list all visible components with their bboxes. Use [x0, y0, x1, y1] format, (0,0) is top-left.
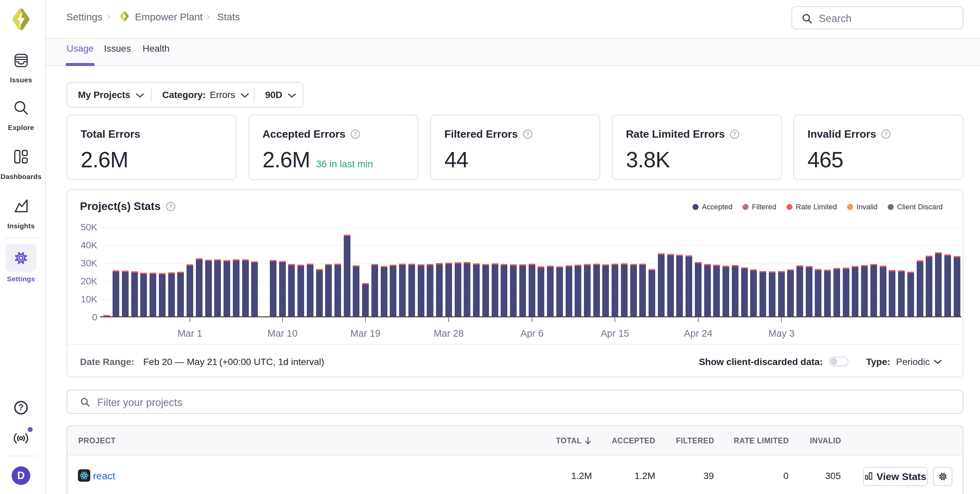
svg-text:?: ? [353, 131, 357, 137]
svg-text:?: ? [733, 131, 736, 137]
svg-text:?: ? [169, 203, 173, 209]
svg-text:?: ? [526, 131, 529, 137]
svg-text:?: ? [885, 131, 888, 137]
svg-text:?: ? [18, 402, 24, 412]
